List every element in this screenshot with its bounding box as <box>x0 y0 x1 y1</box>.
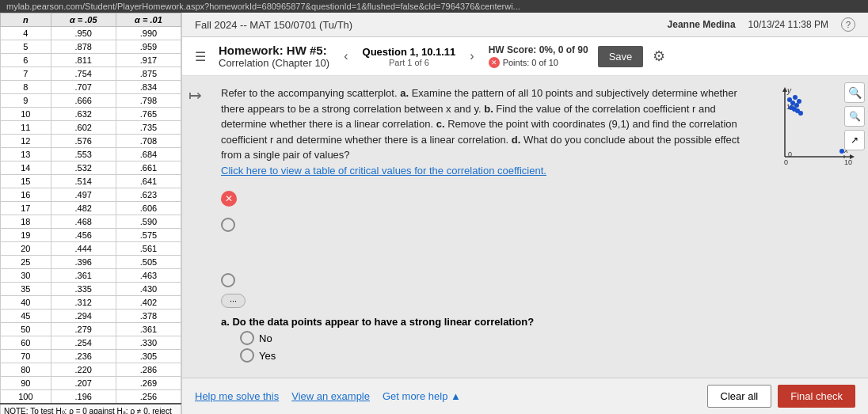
hw-topic: Correlation (Chapter 10) <box>219 57 329 69</box>
clear-all-button[interactable]: Clear all <box>707 385 772 408</box>
table-row: 20.444.561 <box>1 242 181 256</box>
radio-option-2 <box>221 273 752 287</box>
expand-arrow-button[interactable]: ↦ <box>185 82 205 108</box>
hw-title-block: Homework: HW #5: Correlation (Chapter 10… <box>219 44 329 69</box>
help-solve-button[interactable]: Help me solve this <box>195 390 279 402</box>
radio-yes[interactable] <box>240 348 254 363</box>
hw-bar: ☰ Homework: HW #5: Correlation (Chapter … <box>182 37 868 76</box>
part-a-label: a. Do the data points appear to have a s… <box>221 316 752 328</box>
radio-outer-1[interactable] <box>221 218 235 232</box>
header-datetime: 10/13/24 11:38 PM <box>748 19 828 30</box>
question-part: Part 1 of 6 <box>363 58 456 67</box>
radio-no-inner <box>244 335 250 341</box>
table-row: 10.632.765 <box>1 108 181 121</box>
svg-text:10: 10 <box>844 158 852 166</box>
table-row: 70.236.305 <box>1 350 181 363</box>
x-icon: ✕ <box>489 57 500 68</box>
header-right: Jeanne Medina 10/13/24 11:38 PM ? <box>668 17 855 32</box>
table-row: 18.468.590 <box>1 215 181 229</box>
svg-text:y: y <box>786 86 792 95</box>
header-left: Fall 2024 -- MAT 150/0701 (Tu/Th) <box>195 19 352 31</box>
table-row: 12.576.708 <box>1 135 181 148</box>
table-row: 25.396.505 <box>1 256 181 269</box>
table-row: 45.294.378 <box>1 310 181 323</box>
graph-icons: 🔍 🔍 ↗ <box>844 82 865 150</box>
col-n-header: n <box>1 13 51 27</box>
svg-point-19 <box>795 108 800 113</box>
option-yes-row: Yes <box>240 348 752 363</box>
answer-options: No Yes <box>240 331 752 363</box>
svg-point-14 <box>797 99 801 104</box>
question-block: Question 1, 10.1.11 Part 1 of 6 <box>363 46 456 67</box>
table-row: 100.196.256 <box>1 390 181 405</box>
next-question-button[interactable]: › <box>465 47 478 65</box>
header-bar: Fall 2024 -- MAT 150/0701 (Tu/Th) Jeanne… <box>182 13 868 37</box>
help-button[interactable]: ? <box>841 17 855 32</box>
critical-values-table-panel: n α = .05 α = .01 4.950.9905.878.9596.81… <box>0 13 182 414</box>
svg-point-15 <box>789 105 794 110</box>
question-left: Refer to the accompanying scatterplot. a… <box>208 76 765 378</box>
question-area: ↦ Refer to the accompanying scatterplot.… <box>182 76 868 378</box>
close-x-button[interactable]: ✕ <box>221 191 237 207</box>
bottom-right: Clear all Final check <box>707 385 855 408</box>
username: Jeanne Medina <box>668 19 736 30</box>
more-button[interactable]: ··· <box>221 294 246 308</box>
table-row: 5.878.959 <box>1 40 181 54</box>
radio-outer-2[interactable] <box>221 273 235 287</box>
zoom-out-icon[interactable]: 🔍 <box>844 106 865 127</box>
svg-point-18 <box>793 95 798 100</box>
table-row: 13.553.684 <box>1 148 181 161</box>
radio-no[interactable] <box>240 331 254 345</box>
table-row: 8.707.834 <box>1 81 181 94</box>
course-title: Fall 2024 -- MAT 150/0701 (Tu/Th) <box>195 19 352 31</box>
radio-inner-2 <box>225 277 231 283</box>
table-row: 35.335.430 <box>1 283 181 296</box>
svg-text:0: 0 <box>788 150 792 158</box>
table-row: 14.532.661 <box>1 161 181 175</box>
col-alpha01-header: α = .01 <box>116 13 181 27</box>
answer-radio-row <box>221 218 752 232</box>
more-options-btn-area: ··· <box>221 294 752 308</box>
hw-score: HW Score: 0%, 0 of 90 <box>489 44 588 55</box>
expand-icon[interactable]: ↗ <box>844 130 865 150</box>
zoom-in-icon[interactable]: 🔍 <box>844 82 865 103</box>
svg-point-12 <box>794 103 799 108</box>
hw-title: Homework: HW #5: <box>219 44 329 57</box>
critical-values-link[interactable]: Click here to view a table of critical v… <box>221 165 546 177</box>
final-check-button[interactable]: Final check <box>778 385 855 408</box>
gear-icon[interactable]: ⚙ <box>653 47 665 65</box>
option-no-label: No <box>259 332 272 344</box>
table-row: 11.602.735 <box>1 121 181 135</box>
content-panel: Fall 2024 -- MAT 150/0701 (Tu/Th) Jeanne… <box>182 13 868 414</box>
table-row: 40.312.402 <box>1 296 181 310</box>
browser-url-bar: mylab.pearson.com/Student/PlayerHomework… <box>0 0 868 13</box>
table-note-row: NOTE: To test H₀: ρ = 0 against Hₐ: ρ ≠ … <box>1 404 181 414</box>
hamburger-icon[interactable]: ☰ <box>195 49 206 64</box>
table-row: 7.754.875 <box>1 67 181 81</box>
bottom-bar: Help me solve this View an example Get m… <box>182 378 868 414</box>
bottom-left: Help me solve this View an example Get m… <box>195 390 461 402</box>
question-text-main: Refer to the accompanying scatterplot. a… <box>221 85 752 178</box>
score-points: ✕ Points: 0 of 10 <box>489 57 588 68</box>
table-row: 9.666.798 <box>1 94 181 108</box>
table-row: 15.514.641 <box>1 175 181 188</box>
option-yes-label: Yes <box>259 350 276 362</box>
save-button[interactable]: Save <box>598 46 644 67</box>
prev-question-button[interactable]: ‹ <box>339 47 352 65</box>
radio-inner-1 <box>225 222 231 228</box>
table-row: 17.482.606 <box>1 202 181 215</box>
graph-panel: 🔍 🔍 ↗ y 10 0 x 10 <box>765 76 868 378</box>
option-no-row: No <box>240 331 752 345</box>
col-alpha05-header: α = .05 <box>51 13 116 27</box>
table-row: 4.950.990 <box>1 27 181 40</box>
nav-arrows-right: › <box>465 47 478 65</box>
view-example-button[interactable]: View an example <box>291 390 370 402</box>
score-block: HW Score: 0%, 0 of 90 ✕ Points: 0 of 10 <box>489 44 588 68</box>
points-label: Points: 0 of 10 <box>503 58 558 67</box>
radio-yes-inner <box>244 352 250 359</box>
get-more-help-button[interactable]: Get more help ▲ <box>383 390 461 402</box>
table-row: 60.254.330 <box>1 336 181 350</box>
table-row: 16.497.623 <box>1 188 181 202</box>
nav-arrows: ‹ <box>339 47 352 65</box>
svg-point-17 <box>787 97 792 102</box>
